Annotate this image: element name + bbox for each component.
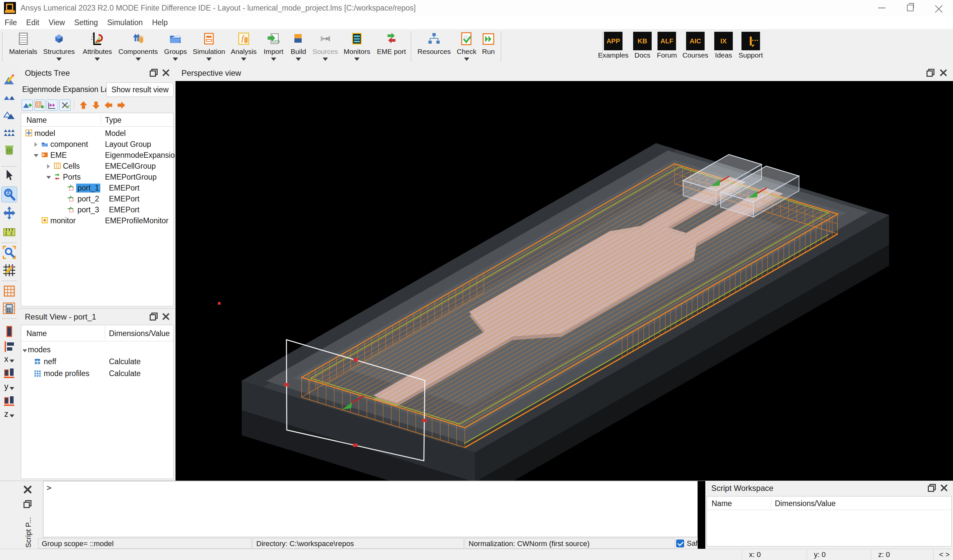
resources-button[interactable]: Resources bbox=[418, 31, 451, 61]
zoom-tool-button[interactable] bbox=[2, 187, 17, 203]
extrude-rect-button[interactable] bbox=[2, 324, 17, 340]
menu-view[interactable]: View bbox=[49, 18, 71, 27]
build-dropdown[interactable] bbox=[296, 57, 301, 61]
select-tool-button[interactable] bbox=[2, 168, 17, 184]
run-button[interactable]: Run bbox=[481, 31, 497, 61]
add-simulation-icon[interactable] bbox=[34, 99, 45, 111]
monitors-button[interactable]: Monitors bbox=[344, 31, 371, 61]
expander-expanded-icon[interactable] bbox=[34, 154, 39, 157]
groups-dropdown[interactable] bbox=[173, 57, 178, 61]
close-panel-icon[interactable] bbox=[161, 69, 169, 77]
tree-row-cells[interactable]: Cells EMECellGroup bbox=[21, 161, 173, 171]
sources-dropdown[interactable] bbox=[323, 57, 328, 61]
import-button[interactable]: GDS Import bbox=[264, 31, 284, 61]
cell-grid-button[interactable] bbox=[2, 283, 17, 299]
check-button[interactable]: Check bbox=[456, 31, 476, 61]
courses-link[interactable]: AIC Courses bbox=[683, 32, 708, 59]
edit-grid-button[interactable] bbox=[2, 262, 17, 278]
move-up-icon[interactable] bbox=[79, 100, 88, 110]
tree-row-ports[interactable]: Ports EMEPortGroup bbox=[21, 171, 173, 182]
tree-row-model[interactable]: model Model bbox=[21, 128, 173, 139]
tree-row-monitor[interactable]: monitor EMEProfileMonitor bbox=[21, 215, 173, 226]
structures-dropdown[interactable] bbox=[56, 57, 62, 61]
components-dropdown[interactable] bbox=[135, 57, 141, 61]
close-panel-icon[interactable] bbox=[940, 484, 948, 492]
simulation-button[interactable]: Simulation bbox=[193, 31, 225, 61]
view-pager[interactable]: < > bbox=[939, 551, 950, 559]
move-right-icon[interactable] bbox=[116, 100, 126, 110]
pan-tool-button[interactable] bbox=[2, 205, 17, 221]
simulation-dropdown[interactable] bbox=[206, 57, 212, 61]
tree-row-eme[interactable]: EME EigenmodeExpansio... bbox=[21, 150, 173, 161]
build-button[interactable]: Build bbox=[290, 31, 306, 61]
result-row-modes[interactable]: modes bbox=[21, 344, 173, 356]
forum-link[interactable]: ALF Forum bbox=[657, 32, 677, 59]
float-panel-icon[interactable] bbox=[150, 69, 158, 77]
tree-row-port-2[interactable]: port_2 EMEPort bbox=[21, 193, 173, 204]
expander-expanded-icon[interactable] bbox=[23, 349, 27, 352]
sources-button[interactable]: Sources bbox=[312, 31, 338, 61]
tree-row-component[interactable]: component Layout Group bbox=[21, 139, 173, 150]
move-down-icon[interactable] bbox=[91, 100, 101, 110]
edit-structure-button[interactable] bbox=[2, 72, 17, 88]
support-link[interactable]: Support bbox=[739, 32, 763, 59]
eme-port-button[interactable]: EME port bbox=[377, 31, 406, 61]
ruler-tool-button[interactable]: 12 bbox=[2, 224, 17, 240]
show-result-view-button[interactable]: Show result view bbox=[106, 82, 174, 97]
menu-help[interactable]: Help bbox=[152, 18, 174, 27]
script-prompt-tab[interactable]: Script P... bbox=[24, 511, 33, 548]
float-panel-icon[interactable] bbox=[150, 312, 158, 320]
script-console[interactable]: > bbox=[43, 481, 698, 537]
fit-span-icon[interactable] bbox=[47, 99, 58, 111]
analysis-button[interactable]: f Analysis bbox=[231, 31, 257, 61]
result-row-neff[interactable]: neff Calculate bbox=[21, 356, 173, 368]
materials-button[interactable]: Materials bbox=[9, 31, 37, 61]
menu-simulation[interactable]: Simulation bbox=[107, 18, 149, 27]
attributes-dropdown[interactable] bbox=[95, 57, 100, 61]
float-panel-icon[interactable] bbox=[928, 484, 936, 492]
expander-collapsed-icon[interactable] bbox=[47, 164, 50, 169]
close-panel-icon[interactable] bbox=[939, 69, 947, 77]
move-left-icon[interactable] bbox=[104, 100, 113, 110]
menu-file[interactable]: File bbox=[5, 18, 23, 27]
minimize-button[interactable] bbox=[868, 0, 896, 16]
close-window-button[interactable] bbox=[925, 0, 953, 16]
y-axis-view-button[interactable]: y bbox=[2, 379, 17, 395]
delete-object-icon[interactable] bbox=[59, 99, 71, 111]
attributes-button[interactable]: Attributes bbox=[83, 31, 112, 61]
menu-setting[interactable]: Setting bbox=[74, 18, 105, 27]
groups-button[interactable]: Groups bbox=[164, 31, 187, 61]
monitors-dropdown[interactable] bbox=[354, 57, 360, 61]
copy-shape-button[interactable] bbox=[2, 107, 17, 123]
float-console-icon[interactable] bbox=[23, 500, 31, 508]
tree-row-port-1[interactable]: port_1 EMEPort bbox=[21, 182, 173, 193]
maximize-button[interactable] bbox=[896, 0, 925, 16]
add-structure-icon[interactable] bbox=[22, 99, 33, 111]
tree-row-port-3[interactable]: port_3 EMEPort bbox=[21, 204, 173, 215]
cell-calculator-button[interactable] bbox=[2, 300, 17, 316]
3d-scene-canvas[interactable] bbox=[175, 81, 953, 481]
xy-view-button[interactable] bbox=[2, 365, 17, 381]
z-axis-view-button[interactable]: z bbox=[2, 407, 17, 422]
float-panel-icon[interactable] bbox=[927, 69, 934, 77]
structures-button[interactable]: Structures bbox=[43, 31, 75, 61]
ideas-link[interactable]: IX Ideas bbox=[714, 32, 733, 59]
panel-splitter[interactable] bbox=[698, 481, 705, 560]
analysis-dropdown[interactable] bbox=[241, 57, 246, 61]
menu-edit[interactable]: Edit bbox=[26, 18, 46, 27]
check-dropdown[interactable] bbox=[464, 57, 469, 61]
expander-collapsed-icon[interactable] bbox=[34, 142, 37, 147]
close-console-icon[interactable] bbox=[23, 485, 31, 493]
zoom-extents-button[interactable] bbox=[2, 244, 17, 260]
examples-link[interactable]: APP Examples bbox=[598, 32, 629, 59]
array-button[interactable] bbox=[2, 125, 17, 141]
duplicate-button[interactable] bbox=[2, 89, 17, 105]
safe-mode-checkbox[interactable] bbox=[676, 540, 684, 548]
close-panel-icon[interactable] bbox=[161, 312, 169, 320]
components-button[interactable]: Components bbox=[118, 31, 158, 61]
expander-expanded-icon[interactable] bbox=[47, 176, 51, 179]
docs-link[interactable]: KB Docs bbox=[633, 32, 652, 59]
result-row-mode-profiles[interactable]: mode profiles Calculate bbox=[21, 368, 173, 379]
delete-button[interactable] bbox=[2, 142, 17, 158]
import-dropdown[interactable] bbox=[271, 57, 276, 61]
